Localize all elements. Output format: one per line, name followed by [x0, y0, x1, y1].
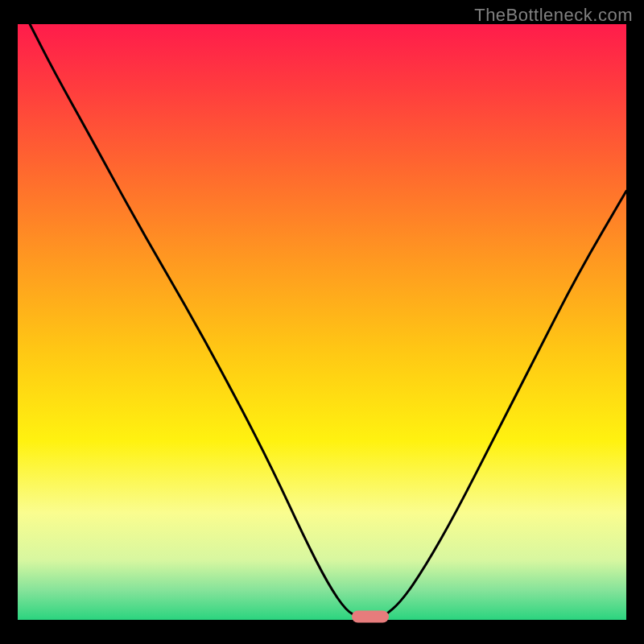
watermark-text: TheBottleneck.com [474, 5, 633, 26]
minimum-marker [352, 611, 389, 623]
chart-frame: TheBottleneck.com [0, 0, 644, 644]
plot-area [18, 24, 626, 620]
chart-svg [18, 24, 626, 620]
gradient-rect [18, 24, 626, 620]
